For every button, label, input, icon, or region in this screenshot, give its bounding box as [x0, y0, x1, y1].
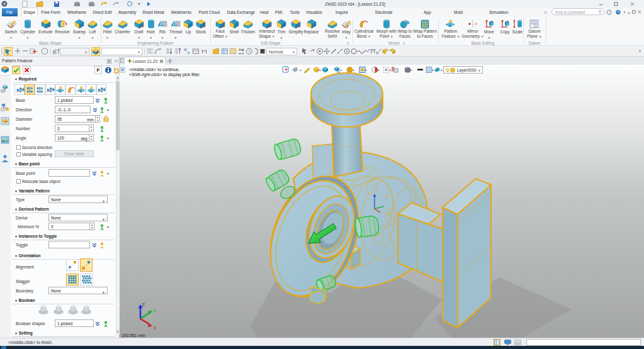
svg-text:X: X [153, 325, 157, 331]
svg-text:Z: Z [142, 302, 145, 307]
svg-text:Y: Y [153, 308, 157, 314]
